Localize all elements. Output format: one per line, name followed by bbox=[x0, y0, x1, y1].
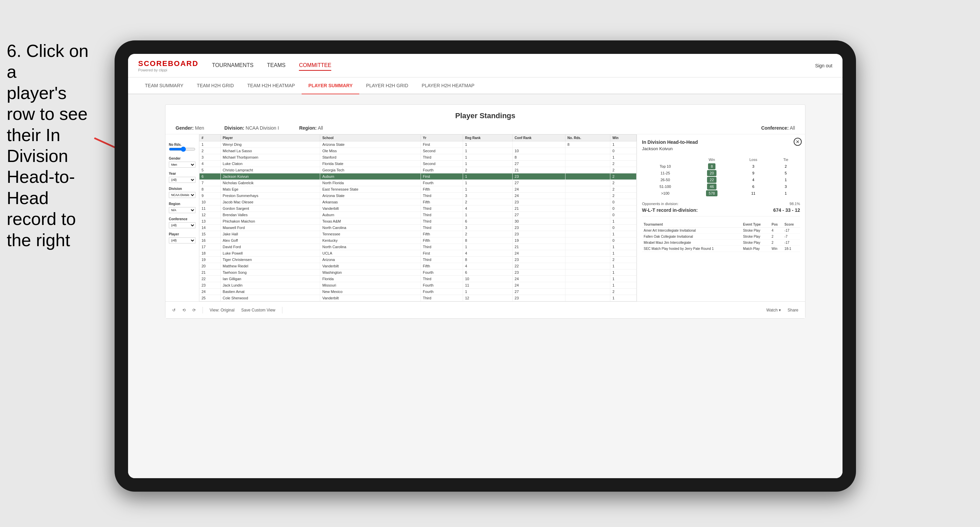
cell-player: Ian Gilligan bbox=[220, 276, 320, 282]
table-row[interactable]: 4 Luke Claton Florida State Second 1 27 … bbox=[199, 160, 636, 167]
table-row[interactable]: 24 Bastien Amat New Mexico Fourth 1 27 2 bbox=[199, 289, 636, 295]
cell-yr: Fourth bbox=[421, 282, 463, 289]
table-row[interactable]: 19 Tiger Christensen Arizona Third 8 23 … bbox=[199, 257, 636, 263]
table-row[interactable]: 5 Christo Lampracht Georgia Tech Fourth … bbox=[199, 167, 636, 173]
undo-button[interactable]: ↺ bbox=[172, 308, 176, 313]
conference-filter-section: Conference (All) bbox=[169, 217, 196, 228]
cell-yr: First bbox=[421, 250, 463, 257]
tab-team-h2h-heatmap[interactable]: TEAM H2H HEATMAP bbox=[240, 78, 302, 94]
table-row[interactable]: 9 Preston Summerhays Arizona State Third… bbox=[199, 193, 636, 199]
table-row[interactable]: 2 Michael La Sasso Ole Miss Second 1 10 … bbox=[199, 148, 636, 154]
nav-teams[interactable]: TEAMS bbox=[267, 60, 285, 71]
cell-conf-rank: 27 bbox=[512, 160, 565, 167]
col-player: Player bbox=[220, 135, 320, 141]
cell-yr: Third bbox=[421, 244, 463, 250]
table-row[interactable]: 8 Mats Ege East Tennessee State Fifth 1 … bbox=[199, 186, 636, 193]
cell-score: -17 bbox=[783, 240, 800, 246]
table-row[interactable]: 13 Phichakon Maichon Texas A&M Third 6 3… bbox=[199, 218, 636, 225]
table-row[interactable]: 14 Maxwell Ford North Carolina Third 3 2… bbox=[199, 225, 636, 231]
table-row[interactable]: 25 Cole Sherwood Vanderbilt Third 12 23 … bbox=[199, 295, 636, 302]
nav-items: TOURNAMENTS TEAMS COMMITTEE bbox=[212, 60, 815, 71]
forward-button[interactable]: ⟳ bbox=[192, 308, 196, 313]
table-row[interactable]: 3 Michael Thorbjornsen Stanford Third 1 … bbox=[199, 154, 636, 160]
cell-reg-rank: 1 bbox=[463, 289, 512, 295]
h2h-close-button[interactable]: ✕ bbox=[794, 138, 802, 146]
cell-win: 1 bbox=[610, 218, 636, 225]
cell-tournament-name: Mirabel Maui Jim Intercollegiate bbox=[642, 240, 741, 246]
cell-conf-rank: 23 bbox=[512, 269, 565, 276]
table-row[interactable]: 6 Jackson Koivun Auburn First 1 23 2 bbox=[199, 173, 636, 180]
filter-row: Gender: Men Division: NCAA Division I Re… bbox=[176, 125, 795, 131]
year-filter-section: Year (All) bbox=[169, 172, 196, 183]
tab-player-summary[interactable]: PLAYER SUMMARY bbox=[302, 78, 359, 94]
table-row[interactable]: 23 Jack Lundin Missouri Fourth 11 24 1 bbox=[199, 282, 636, 289]
cell-reg-rank: 4 bbox=[463, 250, 512, 257]
col-school: School bbox=[320, 135, 421, 141]
col-event-type: Event Type bbox=[741, 222, 770, 228]
tournament-row: SEC Match Play hosted by Jerry Pate Roun… bbox=[642, 246, 800, 252]
wl-record: W-L-T record in-division: 674 - 33 - 12 bbox=[642, 208, 800, 216]
tab-team-summary[interactable]: TEAM SUMMARY bbox=[138, 78, 190, 94]
table-row[interactable]: 18 Luke Powell UCLA First 4 24 1 bbox=[199, 250, 636, 257]
cell-conf-rank: 23 bbox=[512, 199, 565, 205]
table-row[interactable]: 12 Brendan Valles Auburn Third 1 27 0 bbox=[199, 212, 636, 218]
view-original-button[interactable]: View: Original bbox=[210, 308, 235, 313]
table-row[interactable]: 1 Wenyi Ding Arizona State First 1 8 1 bbox=[199, 141, 636, 148]
cell-player: David Ford bbox=[220, 244, 320, 250]
table-row[interactable]: 17 David Ford North Carolina Third 1 21 … bbox=[199, 244, 636, 250]
region-select[interactable]: N/A bbox=[169, 207, 196, 213]
cell-player: Phichakon Maichon bbox=[220, 218, 320, 225]
player-filter-section: Player (All) bbox=[169, 232, 196, 243]
col-tournament: Tournament bbox=[642, 222, 741, 228]
table-row[interactable]: 22 Ian Gilligan Florida Third 10 24 1 bbox=[199, 276, 636, 282]
table-row[interactable]: 16 Alex Goff Kentucky Fifth 8 19 0 bbox=[199, 237, 636, 244]
save-custom-button[interactable]: Save Custom View bbox=[241, 308, 275, 313]
table-row[interactable]: 21 Taehoon Song Washington Fourth 6 23 1 bbox=[199, 269, 636, 276]
cell-win: 2 bbox=[610, 160, 636, 167]
cell-player: Christo Lampracht bbox=[220, 167, 320, 173]
col-yr: Yr bbox=[421, 135, 463, 141]
nav-tournaments[interactable]: TOURNAMENTS bbox=[212, 60, 253, 71]
gender-select[interactable]: Men bbox=[169, 162, 196, 168]
cell-win: 0 bbox=[610, 225, 636, 231]
table-row[interactable]: 11 Gordon Sargent Vanderbilt Third 4 21 … bbox=[199, 205, 636, 212]
h2h-record-table: Win Loss Tie Top 10 8 3 2 11-25 20 9 5 bbox=[642, 156, 800, 197]
h2h-loss-cell: 3 bbox=[735, 163, 772, 170]
share-button[interactable]: Share bbox=[788, 308, 799, 313]
table-row[interactable]: 7 Nicholas Gabrelcik North Florida Fourt… bbox=[199, 180, 636, 186]
year-select[interactable]: (All) bbox=[169, 177, 196, 183]
division-filter-label: Division bbox=[169, 187, 196, 190]
tournament-row: Amer Art Intercollegiate Invitational St… bbox=[642, 228, 800, 234]
redo-button[interactable]: ⟲ bbox=[182, 308, 186, 313]
dashboard-container: Player Standings Gender: Men Division: N… bbox=[165, 105, 805, 319]
tab-team-h2h-grid[interactable]: TEAM H2H GRID bbox=[190, 78, 240, 94]
cell-reg-rank: 10 bbox=[463, 276, 512, 282]
tab-player-h2h-heatmap[interactable]: PLAYER H2H HEATMAP bbox=[415, 78, 481, 94]
conference-select[interactable]: (All) bbox=[169, 222, 196, 228]
tab-player-h2h-grid[interactable]: PLAYER H2H GRID bbox=[359, 78, 415, 94]
player-select[interactable]: (All) bbox=[169, 237, 196, 243]
watch-button[interactable]: Watch ▾ bbox=[766, 308, 781, 313]
table-row[interactable]: 10 Jacob Mac Olesee Arkansas Fifth 2 23 … bbox=[199, 199, 636, 205]
cell-win: 2 bbox=[610, 257, 636, 263]
cell-player: Bastien Amat bbox=[220, 289, 320, 295]
cell-school: Ole Miss bbox=[320, 148, 421, 154]
cell-no-rds bbox=[565, 237, 610, 244]
cell-num: 4 bbox=[199, 160, 221, 167]
table-row[interactable]: 15 Jake Hall Tennessee Fifth 2 23 1 bbox=[199, 231, 636, 237]
cell-reg-rank: 6 bbox=[463, 269, 512, 276]
cell-school: Missouri bbox=[320, 282, 421, 289]
h2h-col-loss: Loss bbox=[735, 156, 772, 163]
h2h-tie-cell: 5 bbox=[772, 170, 800, 176]
cell-num: 21 bbox=[199, 269, 221, 276]
h2h-range-label: 51-100 bbox=[642, 183, 689, 190]
sidebar-filters: No Rds. Gender Men Year (A bbox=[165, 134, 199, 302]
cell-no-rds bbox=[565, 250, 610, 257]
sign-out-link[interactable]: Sign out bbox=[815, 63, 832, 68]
opponents-label: Opponents in division: bbox=[642, 202, 678, 206]
no-rds-slider[interactable] bbox=[169, 146, 196, 152]
cell-school: Tennessee bbox=[320, 231, 421, 237]
nav-committee[interactable]: COMMITTEE bbox=[299, 60, 331, 71]
table-row[interactable]: 20 Matthew Riedel Vanderbilt Fifth 4 22 … bbox=[199, 263, 636, 269]
division-select[interactable]: NCAA Division I bbox=[169, 192, 196, 198]
